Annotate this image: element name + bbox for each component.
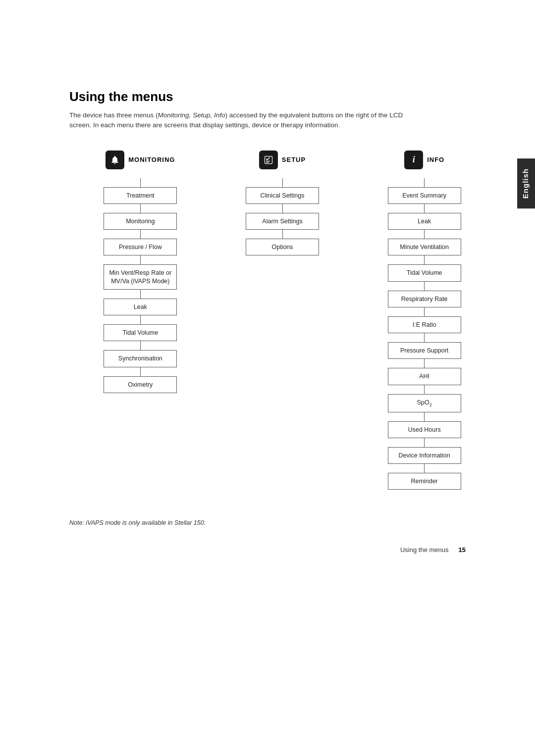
setup-item-0: Clinical Settings — [246, 187, 319, 204]
info-connector-2 — [424, 255, 425, 264]
info-item-2: Minute Ventilation — [388, 239, 461, 255]
monitoring-item-7: Oximetry — [104, 376, 177, 393]
monitoring-label: MONITORING — [128, 156, 175, 163]
monitoring-item-0: Treatment — [104, 187, 177, 204]
side-tab: English — [517, 158, 535, 208]
monitoring-item-3: Min Vent/Resp Rate or MV/Va (iVAPS Mode) — [104, 264, 177, 290]
monitoring-connector-2 — [140, 255, 141, 264]
info-connector-1 — [424, 230, 425, 239]
setup-item-2: Options — [246, 239, 319, 255]
setup-box-list: Clinical SettingsAlarm SettingsOptions — [212, 187, 354, 256]
menu-diagram: MONITORINGTreatmentMonitoringPressure / … — [69, 151, 495, 490]
monitoring-icon — [106, 151, 124, 169]
info-connector-3 — [424, 282, 425, 291]
info-item-11: Reminder — [388, 473, 461, 490]
setup-connector-0 — [282, 204, 283, 213]
info-item-3: Tidal Volume — [388, 264, 461, 281]
setup-connector-1 — [282, 230, 283, 239]
monitoring-connector-0 — [140, 204, 141, 213]
info-connector-10 — [424, 464, 425, 473]
info-label: INFO — [427, 156, 444, 163]
monitoring-item-4: Leak — [104, 299, 177, 315]
info-item-0: Event Summary — [388, 187, 461, 204]
info-connector-6 — [424, 359, 425, 368]
info-item-9: Used Hours — [388, 421, 461, 438]
info-item-5: I:E Ratio — [388, 316, 461, 333]
info-item-1: Leak — [388, 213, 461, 230]
page-title: Using the menus — [69, 89, 495, 104]
page-footer: Note: iVAPS mode is only available in St… — [69, 519, 495, 554]
info-item-10: Device Information — [388, 447, 461, 464]
menu-header-monitoring: MONITORING — [106, 151, 175, 169]
menu-column-monitoring: MONITORINGTreatmentMonitoringPressure / … — [69, 151, 212, 393]
setup-top-connector — [282, 178, 283, 187]
info-connector-0 — [424, 204, 425, 213]
info-connector-7 — [424, 385, 425, 394]
page-number-row: Using the menus 15 — [69, 546, 495, 554]
info-item-7: AHI — [388, 368, 461, 385]
monitoring-top-connector — [140, 178, 141, 187]
setup-item-1: Alarm Settings — [246, 213, 319, 230]
monitoring-connector-3 — [140, 290, 141, 299]
menu-column-setup: SETUPClinical SettingsAlarm SettingsOpti… — [212, 151, 354, 256]
info-item-4: Respiratory Rate — [388, 291, 461, 307]
info-item-8: SpO2 — [388, 394, 461, 412]
info-connector-4 — [424, 307, 425, 316]
info-icon: i — [404, 151, 423, 169]
page-number: 15 — [459, 546, 466, 554]
info-box-list: Event SummaryLeakMinute VentilationTidal… — [353, 187, 495, 490]
monitoring-item-6: Synchronisation — [104, 350, 177, 367]
menu-column-info: iINFOEvent SummaryLeakMinute Ventilation… — [353, 151, 495, 490]
info-connector-5 — [424, 333, 425, 342]
menu-header-info: iINFO — [404, 151, 444, 169]
monitoring-connector-5 — [140, 341, 141, 350]
setup-icon — [259, 151, 278, 169]
monitoring-item-1: Monitoring — [104, 213, 177, 230]
monitoring-connector-4 — [140, 315, 141, 324]
monitoring-item-2: Pressure / Flow — [104, 239, 177, 255]
info-item-6: Pressure Support — [388, 342, 461, 359]
info-top-connector — [424, 178, 425, 187]
section-description: The device has three menus (Monitoring, … — [69, 110, 406, 131]
menu-header-setup: SETUP — [259, 151, 306, 169]
footer-label: Using the menus — [400, 546, 449, 554]
note-text: Note: iVAPS mode is only available in St… — [69, 519, 495, 526]
monitoring-item-5: Tidal Volume — [104, 324, 177, 341]
info-connector-9 — [424, 438, 425, 447]
page-container: English Using the menus The device has t… — [0, 0, 535, 583]
monitoring-box-list: TreatmentMonitoringPressure / FlowMin Ve… — [69, 187, 212, 393]
monitoring-connector-1 — [140, 230, 141, 239]
setup-label: SETUP — [282, 156, 306, 163]
monitoring-connector-6 — [140, 367, 141, 376]
info-connector-8 — [424, 412, 425, 421]
